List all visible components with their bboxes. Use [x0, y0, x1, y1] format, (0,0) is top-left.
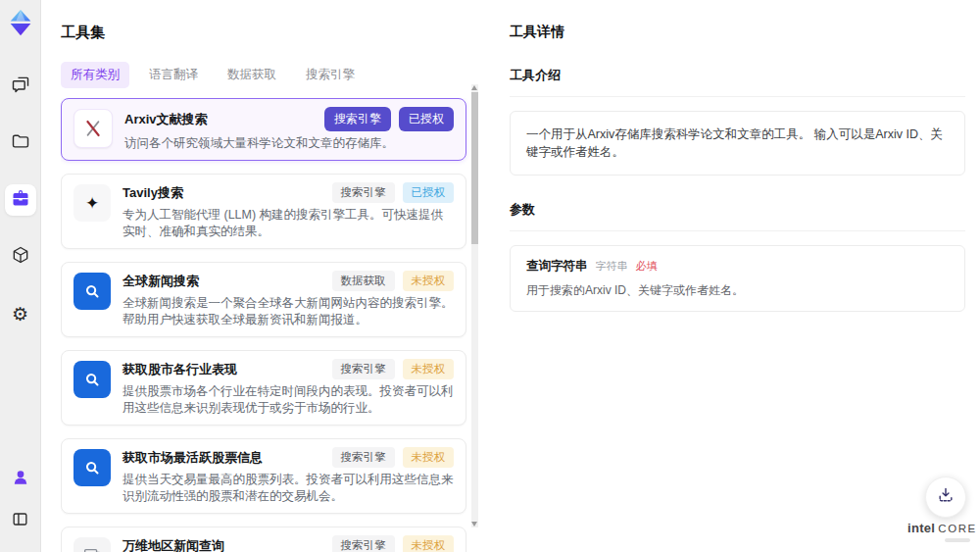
tool-category-tag: 搜索引擎 — [332, 535, 395, 552]
tool-description: 全球新闻搜索是一个聚合全球各大新闻网站内容的搜索引擎。帮助用户快速获取全球最新资… — [122, 295, 454, 328]
tool-card-most-active-stocks[interactable]: 获取市场最活跃股票信息 搜索引擎 未授权 提供当天交易量最高的股票列表。投资者可… — [61, 438, 466, 514]
tool-status-badge: 已授权 — [399, 107, 454, 131]
intel-core-logo: intelCORE — [907, 519, 970, 542]
tab-language-translation[interactable]: 语言翻译 — [139, 62, 208, 88]
parameter-item: 查询字符串 字符串 必填 用于搜索的Arxiv ID、关键字或作者姓名。 — [510, 245, 965, 312]
parameter-type: 字符串 — [596, 259, 628, 274]
sidebar-item-tools[interactable] — [5, 184, 36, 216]
sidebar-item-settings[interactable]: ⚙ — [5, 298, 36, 329]
tool-name: 全球新闻搜索 — [122, 273, 199, 290]
tool-description: 提供股票市场各个行业在特定时间段内的表现。投资者可以利用这些信息来识别表现优于或… — [122, 383, 454, 417]
tool-status-badge: 已授权 — [403, 182, 455, 203]
left-rail: ⚙ — [0, 0, 41, 552]
detail-panel-title: 工具详情 — [510, 24, 965, 41]
sidebar-item-chat[interactable] — [5, 71, 36, 102]
tool-card-arxiv[interactable]: Arxiv文献搜索 搜索引擎 已授权 访问各个研究领域大量科学论文和文章的存储库… — [61, 98, 466, 161]
sidebar-item-models[interactable] — [5, 241, 36, 273]
tool-card-regional-news[interactable]: 万维地区新闻查询 搜索引擎 未授权 查询具体行政区划内的新闻，快速了解各地新闻动 — [61, 527, 466, 552]
tool-category-tag: 搜索引擎 — [332, 447, 395, 468]
toolbox-icon — [11, 188, 30, 212]
download-button[interactable] — [925, 477, 966, 518]
brand-core-text: CORE — [938, 523, 977, 534]
tool-card-global-news[interactable]: 全球新闻搜索 数据获取 未授权 全球新闻搜索是一个聚合全球各大新闻网站内容的搜索… — [61, 262, 466, 337]
parameter-description: 用于搜索的Arxiv ID、关键字或作者姓名。 — [526, 282, 949, 299]
tool-category-tag: 搜索引擎 — [324, 107, 391, 131]
tool-status-badge: 未授权 — [403, 359, 455, 379]
tool-list-panel: 工具集 所有类别 语言翻译 数据获取 搜索引擎 Arxiv文献搜索 搜索引擎 已… — [61, 0, 478, 552]
cube-icon — [11, 245, 30, 269]
tab-data-fetch[interactable]: 数据获取 — [218, 62, 286, 88]
scroll-up-arrow-icon[interactable] — [471, 85, 477, 90]
search-blue-icon — [74, 361, 111, 398]
tool-status-badge: 未授权 — [403, 447, 455, 468]
tool-name: 万维地区新闻查询 — [122, 537, 224, 552]
sidebar-item-files[interactable] — [5, 127, 36, 159]
page-title: 工具集 — [61, 24, 478, 42]
settings-gear-icon: ⚙ — [12, 305, 28, 324]
tool-description: 专为人工智能代理 (LLM) 构建的搜索引擎工具。可快速提供实时、准确和真实的结… — [122, 207, 454, 240]
tool-description: 提供当天交易量最高的股票列表。投资者可以利用这些信息来识别流动性强的股票和潜在的… — [122, 472, 454, 505]
tool-card-list: Arxiv文献搜索 搜索引擎 已授权 访问各个研究领域大量科学论文和文章的存储库… — [61, 98, 478, 552]
arxiv-x-icon — [74, 109, 113, 148]
tool-status-badge: 未授权 — [403, 271, 455, 291]
params-section-title: 参数 — [510, 201, 965, 231]
scrollbar-thumb[interactable] — [471, 92, 478, 244]
chat-icon — [11, 75, 30, 98]
tool-name: Tavily搜索 — [122, 184, 183, 202]
tool-card-tavily[interactable]: ✦ Tavily搜索 搜索引擎 已授权 专为人工智能代理 (LLM) 构建的搜索… — [61, 174, 466, 249]
tool-category-tag: 搜索引擎 — [332, 359, 395, 379]
search-blue-icon — [74, 449, 111, 486]
folder-icon — [11, 131, 30, 155]
download-icon — [936, 485, 956, 509]
scroll-down-arrow-icon[interactable] — [471, 522, 477, 527]
parameter-required-label: 必填 — [636, 259, 658, 274]
tool-card-sector-performance[interactable]: 获取股市各行业表现 搜索引擎 未授权 提供股票市场各个行业在特定时间段内的表现。… — [61, 350, 466, 426]
tool-name: 获取股市各行业表现 — [122, 361, 237, 378]
tab-search-engine[interactable]: 搜索引擎 — [296, 62, 365, 88]
brand-sub-mark — [945, 538, 970, 542]
tab-all-categories[interactable]: 所有类别 — [61, 62, 129, 88]
tool-name: Arxiv文献搜索 — [124, 111, 208, 128]
sparkle-icon: ✦ — [74, 184, 111, 222]
sidebar-item-collapse[interactable] — [5, 505, 36, 536]
category-tabs: 所有类别 语言翻译 数据获取 搜索引擎 — [61, 62, 478, 88]
brand-intel-text: intel — [907, 521, 935, 535]
intro-section-title: 工具介绍 — [510, 67, 965, 97]
sidebar-item-account[interactable] — [5, 464, 36, 495]
tool-detail-panel: 工具详情 工具介绍 一个用于从Arxiv存储库搜索科学论文和文章的工具。 输入可… — [510, 0, 965, 552]
app-logo-gem-icon[interactable] — [6, 8, 35, 37]
search-blue-icon — [74, 273, 111, 310]
newspaper-icon — [74, 537, 111, 552]
user-avatar-icon — [11, 468, 30, 491]
tool-status-badge: 未授权 — [403, 535, 455, 552]
tool-description: 访问各个研究领域大量科学论文和文章的存储库。 — [124, 135, 454, 152]
layout-panel-icon — [11, 510, 29, 532]
parameter-name: 查询字符串 — [526, 258, 588, 275]
sparkle-glyph: ✦ — [85, 193, 99, 214]
tool-category-tag: 搜索引擎 — [332, 182, 395, 203]
tool-name: 获取市场最活跃股票信息 — [122, 449, 263, 467]
tool-category-tag: 数据获取 — [332, 271, 395, 291]
tool-intro-text: 一个用于从Arxiv存储库搜索科学论文和文章的工具。 输入可以是Arxiv ID… — [510, 111, 965, 176]
list-scrollbar[interactable] — [471, 84, 478, 527]
